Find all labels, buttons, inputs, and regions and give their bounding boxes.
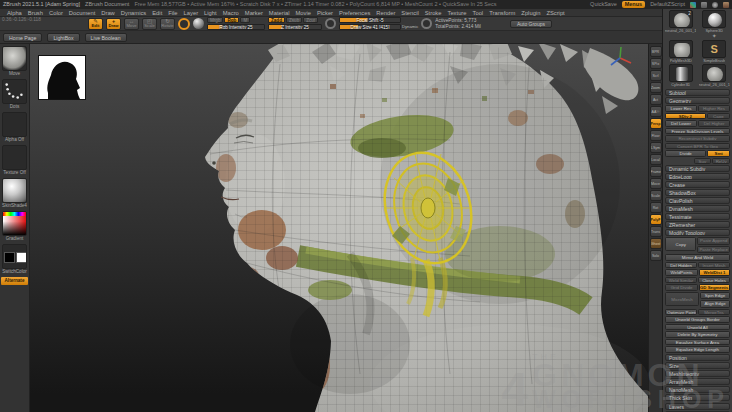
subpalette-header[interactable]: NanoMesh xyxy=(665,386,730,393)
shelf-button[interactable]: Frame xyxy=(650,166,662,177)
divide-button[interactable]: Divide xyxy=(665,150,706,157)
cage-button[interactable]: Cage xyxy=(707,113,730,120)
alpha-selector[interactable]: Alpha Off xyxy=(2,112,27,143)
weld-dist-slider[interactable]: WeldDist 1 xyxy=(699,269,730,276)
stroke-selector[interactable]: Dots xyxy=(2,79,27,110)
subpalette-header[interactable]: ZRemesher xyxy=(665,221,730,228)
tool-slot-sphere3d[interactable]: Sphere3D ✦ xyxy=(699,10,731,39)
subpalette-header[interactable]: Tessimate xyxy=(665,213,730,220)
zcut-toggle[interactable]: Zcut xyxy=(303,17,318,23)
shelf-button[interactable]: Solo xyxy=(650,250,662,261)
z-intensity-slider[interactable]: Z Intensity 25 xyxy=(268,24,322,30)
suv-toggle[interactable]: Suv xyxy=(694,158,712,165)
subtool-palette-header[interactable]: Subtool xyxy=(665,89,730,96)
menu-item[interactable]: Macro xyxy=(220,9,242,17)
alpha-preview[interactable] xyxy=(38,55,86,100)
texture-selector[interactable]: Texture Off xyxy=(2,145,27,176)
grid-icon[interactable] xyxy=(701,2,707,8)
shelf-button[interactable]: Move xyxy=(650,178,662,189)
subpalette-header[interactable]: MeshIntegrity xyxy=(665,370,730,377)
shelf-button[interactable]: Persp xyxy=(650,118,662,129)
subpalette-header[interactable]: EdgeLoop xyxy=(665,173,730,180)
equalize-surface-area-button[interactable]: Equalize Surface Area xyxy=(665,339,730,346)
color-picker[interactable]: Gradient xyxy=(2,211,27,242)
menu-item[interactable]: Render xyxy=(373,9,398,17)
mirror-and-weld-button[interactable]: Mirror And Weld xyxy=(665,254,730,261)
shelf-button[interactable]: Ghost xyxy=(650,238,662,249)
tool-slot-polymesh3d[interactable]: PolyMesh3D xyxy=(665,40,697,63)
subpalette-header[interactable]: Size xyxy=(665,362,730,369)
geometry-palette-header[interactable]: Geometry xyxy=(665,97,730,104)
menu-item[interactable]: Alpha xyxy=(4,9,25,17)
primary-color-swatch[interactable] xyxy=(4,252,15,263)
del-higher-button[interactable]: Del Higher xyxy=(698,120,730,127)
zadd-toggle[interactable]: Zadd xyxy=(268,17,285,23)
reuv-toggle[interactable]: ReUv xyxy=(712,158,730,165)
shelf-button[interactable]: BPR xyxy=(650,46,662,57)
scale-button[interactable]: ◰ Scale xyxy=(142,18,157,30)
menu-item[interactable]: Stencil xyxy=(398,9,421,17)
del-hidden-button[interactable]: Del Hidden xyxy=(665,262,697,269)
alternate-button[interactable]: Alternate xyxy=(1,277,28,285)
menu-item[interactable]: ZScript xyxy=(543,9,567,17)
smt-toggle[interactable]: Smt xyxy=(707,150,730,157)
menu-item[interactable]: Preferences xyxy=(336,9,373,17)
menu-item[interactable]: Edit xyxy=(149,9,165,17)
sdiv-slider[interactable]: SDiv 2 xyxy=(665,113,706,120)
del-lower-button[interactable]: Del Lower xyxy=(665,120,697,127)
unweld-all-button[interactable]: Unweld All xyxy=(665,324,730,331)
rotate-button[interactable]: ↻ Rotate xyxy=(160,18,175,30)
subpalette-header[interactable]: Layers xyxy=(665,403,730,410)
menu-item[interactable]: Stroke xyxy=(422,9,445,17)
higher-res-button[interactable]: Higher Res xyxy=(698,105,730,112)
rgb-intensity-slider[interactable]: Rgb Intensity 25 xyxy=(207,24,265,30)
color-palette-icon[interactable] xyxy=(690,2,696,8)
current-material-icon[interactable] xyxy=(193,18,204,29)
shelf-button[interactable]: LSym xyxy=(650,142,662,153)
freeze-subdivision-button[interactable]: Freeze SubDivision Levels xyxy=(665,128,730,135)
shelf-button[interactable]: Local xyxy=(650,154,662,165)
secondary-color-swatch[interactable] xyxy=(16,252,27,263)
shelf-button[interactable]: Scale xyxy=(650,190,662,201)
shelf-button[interactable]: AA½ xyxy=(650,106,662,117)
tool-slot-cylinder3d[interactable]: Cylinder3D xyxy=(665,64,697,87)
shelf-button[interactable]: PolyF xyxy=(650,214,662,225)
mrgb-toggle[interactable]: Mrgb xyxy=(207,17,223,23)
menu-item[interactable]: Movie xyxy=(292,9,313,17)
material-thumbnail[interactable] xyxy=(2,178,27,203)
subpalette-header[interactable]: Crease xyxy=(665,181,730,188)
menu-item[interactable]: Brush xyxy=(25,9,46,17)
alpha-thumbnail[interactable] xyxy=(2,112,27,137)
quicksave-label[interactable]: QuickSave xyxy=(590,0,617,9)
micromesh-button[interactable]: MicroMesh xyxy=(665,292,699,306)
merge-tris-button[interactable]: MergeTris xyxy=(698,309,730,316)
brush-thumbnail[interactable] xyxy=(2,46,27,71)
sculpt-viewport[interactable] xyxy=(30,44,648,412)
color-picker-gradient[interactable] xyxy=(2,211,27,236)
subpalette-header[interactable]: ArrayMesh xyxy=(665,378,730,385)
tool-slot-simplebrush[interactable]: S SimpleBrush xyxy=(699,40,731,63)
shelf-button[interactable]: Zoom xyxy=(650,82,662,93)
document-icon[interactable] xyxy=(723,2,729,8)
m-toggle[interactable]: M xyxy=(240,17,250,23)
lightbox-button[interactable]: LightBox xyxy=(47,33,79,42)
subpalette-header[interactable]: DynaMesh xyxy=(665,205,730,212)
shelf-button[interactable]: SPix xyxy=(650,58,662,69)
subpalette-header[interactable]: ShadowBox xyxy=(665,189,730,196)
menu-item[interactable]: Material xyxy=(266,9,293,17)
current-brush-icon[interactable] xyxy=(178,18,190,30)
edit-button[interactable]: ✎ Edit xyxy=(88,18,103,30)
menu-item[interactable]: Layer xyxy=(181,9,202,17)
convert-bpr-button[interactable]: Convert BPR To Geo xyxy=(665,143,730,150)
menu-item[interactable]: Tool xyxy=(470,9,487,17)
menu-item[interactable]: File xyxy=(165,9,180,17)
draw-button[interactable]: + Draw xyxy=(106,18,121,30)
auto-groups-button[interactable]: Auto Groups xyxy=(510,20,552,28)
equalize-edge-length-button[interactable]: Equalize Edge Length xyxy=(665,346,730,353)
weld-points-button[interactable]: WeldPoints xyxy=(665,269,698,276)
lower-res-button[interactable]: Lower Res xyxy=(665,105,697,112)
current-tool[interactable]: 2 neutral_26_001_1 xyxy=(665,10,697,39)
shelf-button[interactable]: Trans xyxy=(650,226,662,237)
optimize-points-button[interactable]: Optimize Points xyxy=(665,309,697,316)
menu-item[interactable]: Dynamics xyxy=(118,9,149,17)
